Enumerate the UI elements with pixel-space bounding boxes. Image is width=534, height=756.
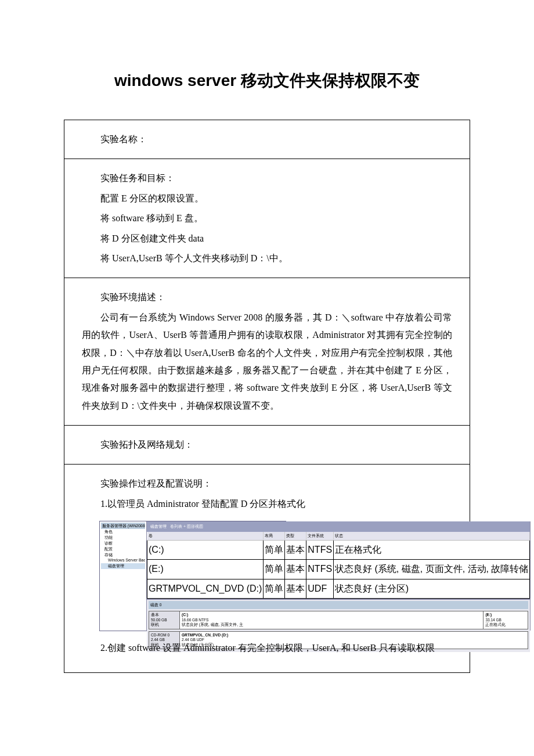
- tree-item[interactable]: 诊断: [101, 541, 145, 546]
- disk-size: 50.00 GB: [151, 618, 178, 622]
- tree-item[interactable]: 配置: [101, 546, 145, 552]
- col-header[interactable]: 卷: [147, 532, 264, 541]
- volume-list: 卷 布局 类型 文件系统 状态 (C:) 简单 基本: [147, 532, 530, 600]
- col-header[interactable]: 文件系统: [306, 532, 334, 541]
- experiment-table: 实验名称： 实验任务和目标： 配置 E 分区的权限设置。 将 software …: [64, 120, 470, 673]
- step-1: 1.以管理员 Administrator 登陆配置 D 分区并格式化: [82, 495, 452, 513]
- label-ops: 实验操作过程及配置说明：: [82, 475, 452, 492]
- vol-name: (E:): [485, 613, 492, 617]
- task-line-3: 将 D 分区创建文件夹 data: [82, 230, 452, 247]
- table-row[interactable]: GRTMPVOL_CN_DVD (D:) 简单 基本 UDF 状态良好 (主分区…: [147, 579, 530, 598]
- tree-item[interactable]: 角色: [101, 529, 145, 535]
- label-task: 实验任务和目标：: [82, 170, 452, 187]
- vol-state: 正在格式化: [485, 622, 506, 627]
- tree-item[interactable]: 功能: [101, 535, 145, 541]
- disk-status: 联机: [151, 622, 178, 627]
- tree-item[interactable]: Windows Server Backup: [101, 557, 145, 563]
- col-header[interactable]: 类型: [285, 532, 306, 541]
- tree-root[interactable]: 服务器管理器 (WIN2008SRV): [101, 523, 145, 529]
- table-row[interactable]: (E:) 简单 基本 NTFS 状态良好 (系统, 磁盘, 页面文件, 活动, …: [147, 560, 530, 579]
- vol-state: 状态良好 (系统, 磁盘, 页面文件, 主: [182, 622, 243, 627]
- label-name: 实验名称：: [82, 131, 452, 148]
- vol-name: GRTMPVOL_CN_DVD (D:): [182, 633, 228, 637]
- disk-0-box[interactable]: 基本 50.00 GB 联机 (C:) 16.66 GB NTFS 状态良好 (…: [149, 611, 528, 629]
- task-line-2: 将 software 移动到 E 盘。: [82, 210, 452, 227]
- v-scrollbar[interactable]: [530, 521, 531, 631]
- vol-name: (C:): [182, 613, 188, 617]
- pane-subtitle: 卷列表 + 图形视图: [170, 523, 203, 530]
- vol-size: 16.66 GB NTFS: [182, 618, 208, 622]
- label-env: 实验环境描述：: [82, 289, 452, 306]
- pane-header: 磁盘管理 卷列表 + 图形视图: [147, 521, 530, 531]
- nav-tree: 服务器管理器 (WIN2008SRV) 角色 功能 诊断 配置 存储 Windo…: [100, 521, 147, 631]
- page-title: windows server 移动文件夹保持权限不变: [64, 70, 470, 92]
- label-topo: 实验拓扑及网络规划：: [82, 436, 452, 453]
- task-line-4: 将 UserA,UserB 等个人文件夹移动到 D：\中。: [82, 250, 452, 267]
- pane-title: 磁盘管理: [150, 523, 167, 530]
- task-line-1: 配置 E 分区的权限设置。: [82, 190, 452, 207]
- step-2: 2.创建 software 设置 Administrator 有完全控制权限，U…: [82, 639, 452, 657]
- tree-item[interactable]: 存储: [101, 552, 145, 558]
- env-body: 公司有一台系统为 Windows Server 2008 的服务器，其 D：＼s…: [82, 309, 452, 415]
- vol-size: 33.14 GB: [485, 618, 501, 622]
- col-header[interactable]: 状态: [334, 532, 530, 541]
- section-label: 磁盘 0: [149, 601, 528, 609]
- table-row[interactable]: (C:) 简单 基本 NTFS 正在格式化: [147, 540, 530, 559]
- disk-type: 基本: [151, 613, 178, 617]
- tree-item-selected[interactable]: 磁盘管理: [101, 563, 145, 569]
- screenshot-disk-mgmt: 服务器管理器 (WIN2008SRV) 角色 功能 诊断 配置 存储 Windo…: [99, 521, 286, 631]
- disk-label: CD-ROM 0: [151, 633, 178, 638]
- col-header[interactable]: 布局: [264, 532, 285, 541]
